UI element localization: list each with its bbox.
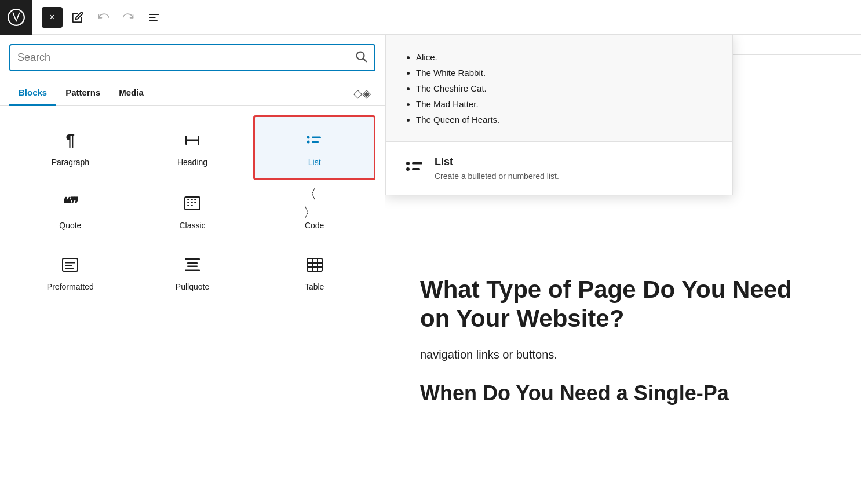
svg-rect-14 <box>191 199 193 200</box>
svg-rect-28 <box>187 266 198 268</box>
tooltip-list-section: Alice. The White Rabbit. The Cheshire Ca… <box>386 35 732 142</box>
svg-rect-7 <box>198 136 199 145</box>
block-item-classic[interactable]: Classic <box>132 180 254 242</box>
svg-rect-29 <box>307 258 322 271</box>
block-item-quote[interactable]: ❝❞ Quote <box>9 180 132 242</box>
table-label: Table <box>305 282 324 291</box>
page-heading-1: What Type of Page Do You Need on Your We… <box>420 275 826 334</box>
list-view-button[interactable] <box>144 7 165 28</box>
list-label: List <box>308 158 321 167</box>
svg-rect-27 <box>187 262 198 264</box>
block-tooltip: Alice. The White Rabbit. The Cheshire Ca… <box>385 35 733 195</box>
svg-rect-22 <box>65 262 75 264</box>
svg-rect-6 <box>185 140 199 141</box>
search-area <box>0 35 385 81</box>
preformatted-label: Preformatted <box>47 282 94 291</box>
browse-all-icon[interactable]: ◇◈ <box>349 82 375 105</box>
list-item: Alice. <box>416 49 714 65</box>
svg-rect-16 <box>187 202 189 203</box>
pullquote-icon <box>181 253 204 276</box>
block-item-preformatted[interactable]: Preformatted <box>9 242 132 303</box>
undo-button[interactable] <box>93 7 114 28</box>
main-layout: Blocks Patterns Media ◇◈ ¶ Paragraph <box>0 35 861 504</box>
block-item-pullquote[interactable]: Pullquote <box>132 242 254 303</box>
page-paragraph-1: navigation links or buttons. <box>420 345 826 364</box>
svg-rect-9 <box>312 137 321 138</box>
block-item-paragraph[interactable]: ¶ Paragraph <box>9 115 132 180</box>
content-area: ▲ Alice. The White Rabbit. The Cheshire … <box>385 35 861 504</box>
search-input[interactable] <box>17 52 350 64</box>
svg-rect-20 <box>191 205 193 206</box>
classic-icon <box>181 192 204 215</box>
list-item: The Queen of Hearts. <box>416 112 714 127</box>
svg-rect-35 <box>412 162 422 165</box>
list-item: The Mad Hatter. <box>416 96 714 112</box>
edit-button[interactable] <box>67 7 88 28</box>
quote-icon: ❝❞ <box>59 192 82 215</box>
svg-point-34 <box>406 162 410 165</box>
svg-rect-19 <box>187 205 189 206</box>
tooltip-block-icon <box>404 156 425 177</box>
classic-label: Classic <box>179 221 205 230</box>
toolbar: × <box>0 0 861 35</box>
heading-label: Heading <box>177 158 207 167</box>
heading-icon <box>181 129 204 152</box>
svg-point-8 <box>307 136 309 139</box>
block-item-code[interactable]: 〈 〉 Code <box>253 180 375 242</box>
svg-rect-17 <box>191 202 193 203</box>
svg-rect-23 <box>65 265 72 266</box>
blocks-grid: ¶ Paragraph Heading <box>0 106 385 312</box>
svg-rect-37 <box>412 168 420 170</box>
tabs: Blocks Patterns Media ◇◈ <box>0 81 385 106</box>
paragraph-icon: ¶ <box>59 129 82 152</box>
pullquote-label: Pullquote <box>176 282 209 291</box>
svg-rect-25 <box>185 258 200 260</box>
list-item: The Cheshire Cat. <box>416 81 714 96</box>
search-icon <box>355 50 367 65</box>
svg-rect-11 <box>312 141 319 143</box>
tab-media[interactable]: Media <box>110 81 153 106</box>
page-heading-2: When Do You Need a Single-Pa <box>420 381 826 406</box>
svg-rect-18 <box>194 202 196 203</box>
svg-rect-15 <box>194 199 196 200</box>
heading-text-partial: What Type of Page Do You Need on Your We… <box>420 276 792 332</box>
preformatted-icon <box>59 253 82 276</box>
svg-rect-26 <box>185 270 200 272</box>
svg-point-10 <box>307 141 309 144</box>
tooltip-text: List Create a bulleted or numbered list. <box>435 156 559 181</box>
tooltip-list: Alice. The White Rabbit. The Cheshire Ca… <box>404 49 714 127</box>
block-item-heading[interactable]: Heading <box>132 115 254 180</box>
list-icon <box>303 129 326 152</box>
svg-rect-13 <box>187 199 189 200</box>
wp-logo <box>0 0 32 35</box>
tooltip-info-section: List Create a bulleted or numbered list. <box>386 142 732 195</box>
table-icon <box>303 253 326 276</box>
tooltip-block-name: List <box>435 156 559 168</box>
tooltip-block-description: Create a bulleted or numbered list. <box>435 171 559 181</box>
svg-line-4 <box>363 59 366 61</box>
topbar-separator3 <box>720 45 836 45</box>
sidebar: Blocks Patterns Media ◇◈ ¶ Paragraph <box>0 35 385 504</box>
close-button[interactable]: × <box>42 7 63 28</box>
tab-blocks[interactable]: Blocks <box>9 81 56 106</box>
search-wrapper <box>9 44 375 71</box>
tab-patterns[interactable]: Patterns <box>56 81 110 106</box>
redo-button[interactable] <box>118 7 139 28</box>
list-item: The White Rabbit. <box>416 65 714 81</box>
quote-label: Quote <box>59 221 81 230</box>
svg-point-36 <box>406 167 410 171</box>
block-item-list[interactable]: List <box>253 115 375 180</box>
code-label: Code <box>305 221 324 230</box>
block-item-table[interactable]: Table <box>253 242 375 303</box>
code-icon: 〈 〉 <box>303 192 326 215</box>
paragraph-label: Paragraph <box>52 158 89 167</box>
svg-rect-24 <box>65 268 74 269</box>
